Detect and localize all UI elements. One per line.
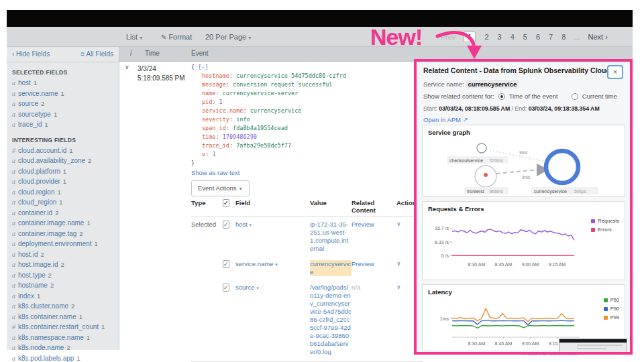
checkoutservice-node[interactable] <box>477 143 486 153</box>
show-related-label: Show related content for: <box>423 93 494 100</box>
all-fields-button[interactable]: ≡ All Fields <box>80 50 113 58</box>
callout-arrow-icon <box>435 28 495 63</box>
field-count: 1 <box>59 198 62 206</box>
service.name-checkbox[interactable]: ✓ <box>223 260 229 268</box>
page-button-4[interactable]: 4 <box>511 33 515 41</box>
video-thumbnail[interactable] <box>559 339 627 355</box>
json-field-message: message: conversion request successful <box>191 80 346 89</box>
field-count: 2 <box>41 100 44 107</box>
json-key: hostname <box>202 72 229 79</box>
field-type-icon: a <box>12 209 15 217</box>
interesting-field-k8s.container.name[interactable]: ak8s.container.name1 <box>7 312 119 322</box>
selected-field-service.name[interactable]: aservice.name1 <box>7 88 119 99</box>
hide-fields-button[interactable]: ‹ Hide Fields <box>12 50 50 58</box>
json-key: service.name <box>202 107 243 114</box>
interesting-field-k8s.pod.labels.app[interactable]: ak8s.pod.labels.app1 <box>7 353 119 362</box>
currencyservice-node[interactable] <box>546 151 578 183</box>
next-page-button[interactable]: Next › <box>588 33 608 41</box>
panel-title: Related Content - Data from Splunk Obser… <box>423 66 610 74</box>
thumbnail-titlebar <box>559 339 627 343</box>
field-name: k8s.node.name <box>18 344 64 351</box>
interesting-field-k8s.cluster.name[interactable]: ak8s.cluster.name2 <box>7 301 119 312</box>
field-count: 2 <box>55 209 58 217</box>
field-name: container.image.name <box>18 219 84 227</box>
json-field-severity: severity: info <box>191 115 346 124</box>
interesting-field-hostname[interactable]: ahostname2 <box>7 280 119 291</box>
field-count: 1 <box>34 79 37 86</box>
interesting-field-host.type[interactable]: ahost.type2 <box>7 270 119 281</box>
interesting-field-k8s.node.name[interactable]: ak8s.node.name2 <box>7 343 119 353</box>
legend-swatch <box>591 228 595 232</box>
host-field-dropdown[interactable]: host ▾ <box>235 221 310 228</box>
legend-label: Errors <box>598 227 611 233</box>
interesting-field-k8s.container.restart_count[interactable]: #k8s.container.restart_count1 <box>7 322 119 333</box>
select-all-checkbox[interactable]: ✓ <box>223 199 229 207</box>
event-timestamp: 3/3/24 5:18:09.585 PM <box>138 64 185 83</box>
service.name-field-dropdown[interactable]: service.name ▾ <box>235 260 310 267</box>
selected-field-source[interactable]: asource2 <box>7 99 119 109</box>
field-name: host <box>18 79 31 86</box>
interesting-field-container.image.tag[interactable]: acontainer.image.tag2 <box>7 229 119 239</box>
end-label: End: <box>515 105 527 112</box>
service.name-related-content-link[interactable]: Preview <box>352 260 396 267</box>
legend-swatch <box>604 316 608 320</box>
json-colon: : <box>229 116 236 123</box>
host-checkbox[interactable]: ✓ <box>223 221 229 229</box>
field-count: 1 <box>69 147 72 154</box>
interesting-field-deployment.environment[interactable]: adeployment.environment1 <box>7 239 119 249</box>
interesting-field-k8s.namespace.name[interactable]: ak8s.namespace.name1 <box>7 333 119 343</box>
requests-errors-card: Requests & Errors 16.7 /s8.33 /s0 /s8:30… <box>422 201 625 280</box>
show-raw-text-link[interactable]: Show as raw text <box>191 168 346 177</box>
selected-field-trace_id[interactable]: atrace_id1 <box>7 119 119 130</box>
time-of-event-radio[interactable] <box>498 93 505 100</box>
service.name-value[interactable]: currencyservice <box>310 260 352 276</box>
interesting-field-cloud.availability_zone[interactable]: acloud.availability_zone2 <box>7 156 119 166</box>
host-value[interactable]: ip-172-31-35-251.us-west-1.compute.inter… <box>310 221 352 253</box>
page-button-8[interactable]: 8 <box>561 33 566 41</box>
interesting-field-container.image.name[interactable]: acontainer.image.name1 <box>7 218 119 229</box>
interesting-field-cloud.provider[interactable]: acloud.provider1 <box>7 176 119 187</box>
legend-swatch <box>591 219 595 223</box>
source-value[interactable]: /var/log/pods/o11y-demo-env_currencyserv… <box>310 284 352 356</box>
interesting-field-cloud.region[interactable]: acloud.region1 <box>7 187 119 198</box>
interesting-field-cloud_region[interactable]: acloud_region1 <box>7 197 119 208</box>
source-checkbox[interactable]: ✓ <box>223 284 229 292</box>
selected-fields-header: SELECTED FIELDS <box>12 69 119 76</box>
field-type-icon: a <box>12 219 15 227</box>
interesting-field-cloud.account.id[interactable]: #cloud.account.id1 <box>7 145 119 156</box>
close-panel-button[interactable]: × <box>607 65 623 79</box>
legend-swatch <box>604 298 608 302</box>
chevron-down-icon: ▾ <box>256 286 259 290</box>
source-field-dropdown[interactable]: source ▾ <box>235 284 310 291</box>
page-button-3[interactable]: 3 <box>498 33 502 41</box>
current-time-radio[interactable] <box>572 93 578 100</box>
field-type-icon: a <box>12 230 15 237</box>
json-colon: : <box>229 72 236 79</box>
interesting-field-host.image.id[interactable]: ahost.image.id2 <box>7 259 119 270</box>
row-type-label: Selected <box>191 221 223 228</box>
interesting-field-container.id[interactable]: acontainer.id2 <box>7 208 119 219</box>
service-name-label: Service name: <box>423 80 464 88</box>
interesting-field-cloud.platform[interactable]: acloud.platform1 <box>7 166 119 177</box>
event-actions-button[interactable]: Event Actions ▼ <box>191 180 250 196</box>
page-button-6[interactable]: 6 <box>536 33 540 41</box>
open-in-apm-link[interactable]: Open in APM ↗ <box>423 116 468 123</box>
field-name: service.name <box>235 260 275 267</box>
field-name: k8s.cluster.name <box>18 302 68 310</box>
field-type-icon: # <box>12 147 15 154</box>
format-button[interactable]: ✎Format <box>161 33 192 41</box>
json-value: fda8b4a19554cead <box>233 125 288 131</box>
page-button-5[interactable]: 5 <box>523 33 527 41</box>
interesting-field-host.id[interactable]: ahost.id2 <box>7 249 119 260</box>
per-page-dropdown[interactable]: 20 Per Page ▾ <box>205 33 251 41</box>
field-name: k8s.container.name <box>18 313 76 320</box>
selected-field-host[interactable]: ahost1 <box>7 78 119 88</box>
page-button-7[interactable]: 7 <box>549 33 553 41</box>
selected-field-sourcetype[interactable]: asourcetype1 <box>7 109 119 120</box>
host-related-content-link[interactable]: Preview <box>352 221 396 228</box>
list-view-dropdown[interactable]: List ▾ <box>126 33 142 41</box>
expand-event-chevron-icon[interactable]: ∨ <box>125 64 129 70</box>
field-type-icon: a <box>12 188 15 196</box>
interesting-field-index[interactable]: aindex1 <box>7 291 119 302</box>
collapse-json-button[interactable]: [-] <box>198 64 208 70</box>
